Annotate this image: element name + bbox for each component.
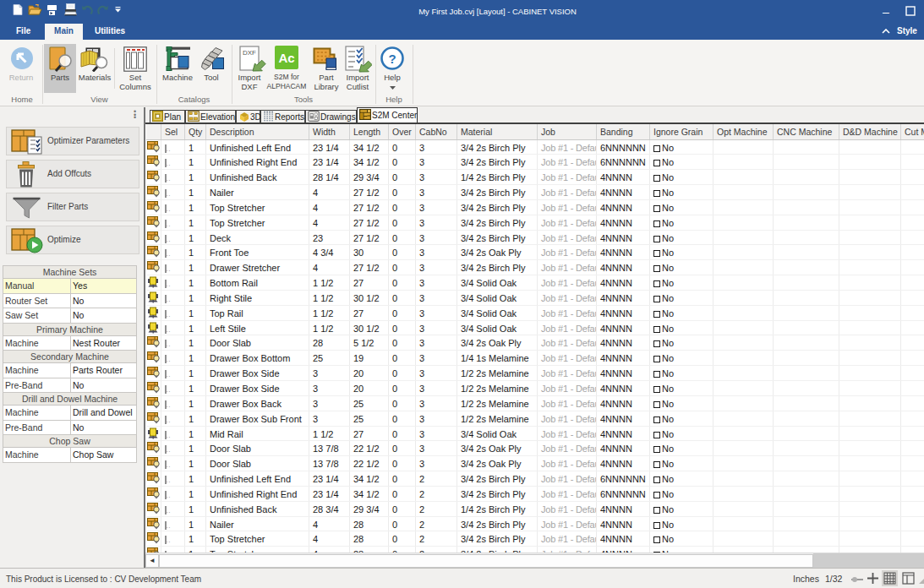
svg-text:?: ? [388, 52, 396, 66]
svg-text:DXF: DXF [243, 49, 256, 57]
svg-text:Ac: Ac [278, 51, 294, 65]
